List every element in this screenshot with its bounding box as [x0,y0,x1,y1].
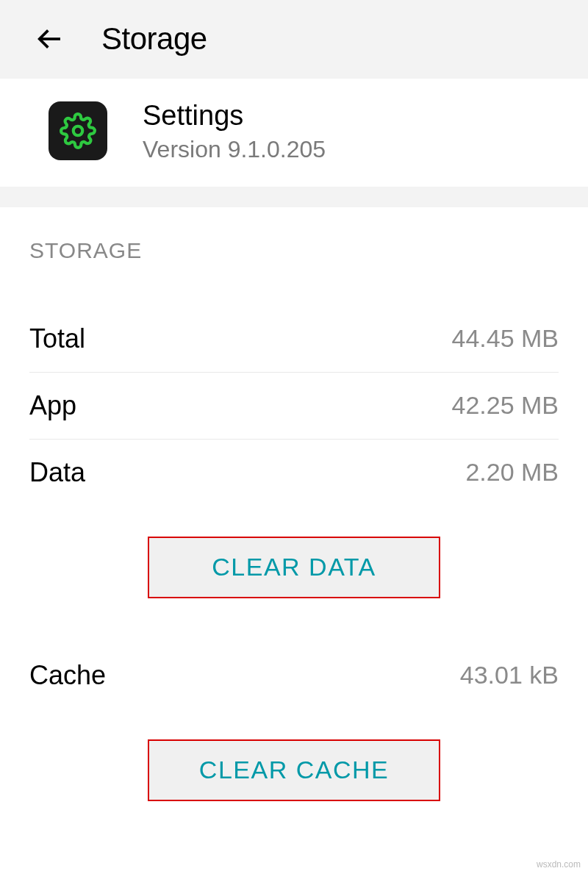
back-icon[interactable] [32,22,66,56]
clear-data-button[interactable]: CLEAR DATA [148,537,440,598]
total-label: Total [29,323,85,354]
app-value: 42.25 MB [451,391,559,420]
clear-cache-button[interactable]: CLEAR CACHE [148,739,440,801]
app-row: App 42.25 MB [29,373,559,439]
app-label: App [29,390,76,421]
storage-section-header: STORAGE [29,238,559,263]
cache-row: Cache 43.01 kB [29,642,559,709]
svg-point-1 [74,126,83,136]
watermark: wsxdn.com [537,859,581,870]
data-label: Data [29,457,85,488]
settings-app-icon [49,101,107,160]
section-divider [0,187,588,207]
total-row: Total 44.45 MB [29,306,559,372]
cache-value: 43.01 kB [460,661,559,689]
app-info-row: Settings Version 9.1.0.205 [0,78,588,187]
app-name: Settings [143,99,326,133]
app-header: Storage [0,0,588,78]
data-value: 2.20 MB [465,458,559,487]
data-row: Data 2.20 MB [29,440,559,506]
cache-label: Cache [29,660,106,691]
total-value: 44.45 MB [451,324,559,353]
page-title: Storage [101,21,207,57]
app-version: Version 9.1.0.205 [143,136,326,163]
